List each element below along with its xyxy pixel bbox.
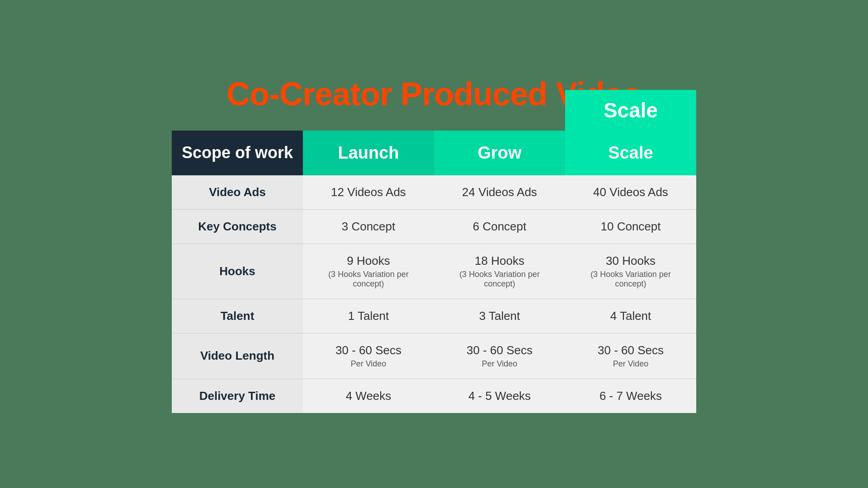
cell-scale-3: 4 Talent: [565, 299, 696, 333]
cell-main-text: 6 Concept: [443, 220, 556, 234]
cell-scale-5: 6 - 7 Weeks: [565, 379, 696, 413]
scope-header: Scope of work: [172, 131, 303, 175]
cell-scale-2: 30 Hooks(3 Hooks Variation per concept): [565, 244, 696, 299]
cell-main-text: 30 Hooks: [574, 254, 687, 268]
grow-header: Grow: [434, 131, 565, 175]
cell-scale-4: 30 - 60 SecsPer Video: [565, 333, 696, 379]
cell-scale-0: 40 Videos Ads: [565, 175, 696, 210]
cell-launch-5: 4 Weeks: [303, 379, 434, 413]
cell-main-text: 6 - 7 Weeks: [574, 389, 687, 403]
cell-main-text: 12 Videos Ads: [312, 185, 425, 199]
cell-main-text: 30 - 60 Secs: [574, 343, 687, 357]
cell-sub-text: Per Video: [443, 359, 556, 369]
cell-sub-text: (3 Hooks Variation per concept): [312, 270, 425, 289]
cell-main-text: 3 Talent: [443, 309, 556, 323]
cell-main-text: 24 Videos Ads: [443, 185, 556, 199]
comparison-table: Scope of work Launch Grow Scale Video Ad…: [172, 131, 696, 413]
cell-launch-1: 3 Concept: [303, 209, 434, 244]
scale-header: Scale: [565, 131, 696, 175]
row-label: Hooks: [172, 244, 303, 299]
cell-main-text: 4 Talent: [574, 309, 687, 323]
row-label: Key Concepts: [172, 209, 303, 244]
cell-main-text: 30 - 60 Secs: [443, 343, 556, 357]
cell-grow-2: 18 Hooks(3 Hooks Variation per concept): [434, 244, 565, 299]
row-label: Video Ads: [172, 175, 303, 210]
cell-sub-text: Per Video: [312, 359, 425, 369]
cell-grow-4: 30 - 60 SecsPer Video: [434, 333, 565, 379]
cell-main-text: 1 Talent: [312, 309, 425, 323]
table-row: Video Length30 - 60 SecsPer Video30 - 60…: [172, 333, 696, 379]
cell-grow-5: 4 - 5 Weeks: [434, 379, 565, 413]
cell-grow-3: 3 Talent: [434, 299, 565, 333]
cell-main-text: 9 Hooks: [312, 254, 425, 268]
cell-grow-0: 24 Videos Ads: [434, 175, 565, 210]
cell-main-text: 4 Weeks: [312, 389, 425, 403]
cell-sub-text: (3 Hooks Variation per concept): [574, 270, 687, 289]
cell-launch-3: 1 Talent: [303, 299, 434, 333]
launch-header: Launch: [303, 131, 434, 175]
cell-sub-text: (3 Hooks Variation per concept): [443, 270, 556, 289]
table-row: Hooks9 Hooks(3 Hooks Variation per conce…: [172, 244, 696, 299]
cell-scale-1: 10 Concept: [565, 209, 696, 244]
table-row: Key Concepts3 Concept6 Concept10 Concept: [172, 209, 696, 244]
cell-sub-text: Per Video: [574, 359, 687, 369]
cell-launch-2: 9 Hooks(3 Hooks Variation per concept): [303, 244, 434, 299]
cell-launch-4: 30 - 60 SecsPer Video: [303, 333, 434, 379]
cell-main-text: 18 Hooks: [443, 254, 556, 268]
cell-main-text: 40 Videos Ads: [574, 185, 687, 199]
row-label: Video Length: [172, 333, 303, 379]
scale-tab-header: Scale: [565, 90, 696, 131]
table-wrapper: Scale Scope of work Launch Grow Scale Vi…: [172, 131, 696, 413]
cell-grow-1: 6 Concept: [434, 209, 565, 244]
table-container: Scale Scope of work Launch Grow Scale Vi…: [172, 131, 696, 413]
table-row: Delivery Time4 Weeks4 - 5 Weeks6 - 7 Wee…: [172, 379, 696, 413]
row-label: Delivery Time: [172, 379, 303, 413]
scale-tab-label: Scale: [604, 98, 658, 122]
cell-main-text: 3 Concept: [312, 220, 425, 234]
cell-launch-0: 12 Videos Ads: [303, 175, 434, 210]
table-row: Talent1 Talent3 Talent4 Talent: [172, 299, 696, 333]
table-header-row: Scope of work Launch Grow Scale: [172, 131, 696, 175]
cell-main-text: 10 Concept: [574, 220, 687, 234]
table-row: Video Ads12 Videos Ads24 Videos Ads40 Vi…: [172, 175, 696, 210]
row-label: Talent: [172, 299, 303, 333]
cell-main-text: 30 - 60 Secs: [312, 343, 425, 357]
cell-main-text: 4 - 5 Weeks: [443, 389, 556, 403]
